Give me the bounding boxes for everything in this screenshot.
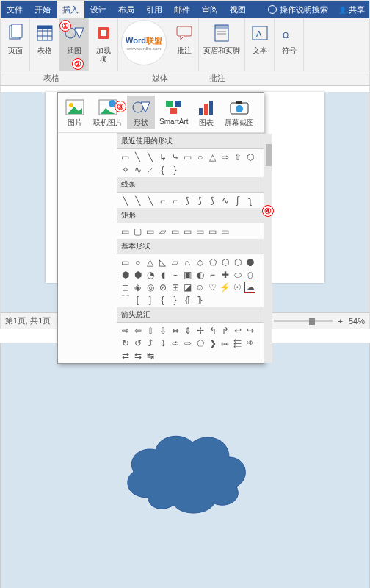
arr-m1[interactable]: ⇄ xyxy=(120,350,131,361)
rect-8[interactable]: ▭ xyxy=(207,226,218,237)
basic-l[interactable]: ⌐ xyxy=(207,269,218,280)
rect-1[interactable]: ▭ xyxy=(120,226,131,237)
basic-brkr[interactable]: ] xyxy=(145,294,156,305)
arr-c2[interactable]: ↺ xyxy=(132,337,143,348)
basic-block[interactable]: ⊞ xyxy=(170,282,181,293)
insert-picture[interactable]: 图片 xyxy=(61,96,89,129)
basic-tri[interactable]: △ xyxy=(145,257,156,268)
arr-chev[interactable]: ❯ xyxy=(207,337,218,348)
arr-u[interactable]: ⇧ xyxy=(145,325,156,336)
tab-file[interactable]: 文件 xyxy=(1,1,29,18)
arr-call[interactable]: ⬰ xyxy=(220,337,231,348)
rect-5[interactable]: ▭ xyxy=(170,226,181,237)
basic-heart[interactable]: ♡ xyxy=(207,282,218,293)
tab-review[interactable]: 审阅 xyxy=(196,1,224,18)
tell-me[interactable]: 操作说明搜索 xyxy=(280,4,328,15)
rect-2[interactable]: ▢ xyxy=(132,226,143,237)
line-3[interactable]: ╲ xyxy=(145,195,156,206)
basic-diamond[interactable]: ◇ xyxy=(195,257,206,268)
arr-pent[interactable]: ⬠ xyxy=(195,337,206,348)
basic-cross[interactable]: ✚ xyxy=(220,269,231,280)
shape-arrow-r[interactable]: ⇨ xyxy=(220,151,231,162)
insert-chart[interactable]: 图表 xyxy=(192,96,220,129)
line-curve[interactable]: ⟆ xyxy=(182,195,193,206)
basic-rtri[interactable]: ◺ xyxy=(157,257,168,268)
zoom-slider[interactable] xyxy=(274,320,333,322)
line-curve3[interactable]: ⟆ xyxy=(207,195,218,206)
shape-curve[interactable]: ∿ xyxy=(132,164,143,175)
arr-stripe[interactable]: ➪ xyxy=(170,337,181,348)
arr-notch[interactable]: ⇨ xyxy=(182,337,193,348)
shape-triangle[interactable]: △ xyxy=(207,151,218,162)
tab-home[interactable]: 开始 xyxy=(29,1,57,18)
line-curve2[interactable]: ⟆ xyxy=(195,195,206,206)
basic-pent[interactable]: ⬠ xyxy=(207,257,218,268)
arr-bent2[interactable]: ↱ xyxy=(220,325,231,336)
basic-can[interactable]: ⬯ xyxy=(244,269,255,280)
tab-references[interactable]: 引用 xyxy=(140,1,168,18)
group-table[interactable]: 表格 xyxy=(30,18,59,71)
basic-trap[interactable]: ⏢ xyxy=(182,257,193,268)
group-addins[interactable]: 加载 项 xyxy=(89,18,118,71)
basic-pie[interactable]: ◔ xyxy=(145,269,156,280)
arr-r[interactable]: ⇨ xyxy=(120,325,131,336)
basic-brkl[interactable]: [ xyxy=(132,294,143,305)
shape-freeform[interactable]: ⟋ xyxy=(145,164,156,175)
tab-view[interactable]: 视图 xyxy=(224,1,252,18)
shape-brace-l[interactable]: { xyxy=(157,164,168,175)
basic-dbl[interactable]: ⦃ xyxy=(182,294,193,305)
arr-call3[interactable]: ⬲ xyxy=(244,337,255,348)
insert-screenshot[interactable]: 屏幕截图 xyxy=(222,96,257,129)
shape-connector2[interactable]: ⤷ xyxy=(170,151,181,162)
arr-c3[interactable]: ⤴ xyxy=(145,337,156,348)
basic-sun[interactable]: ☉ xyxy=(232,282,243,293)
line-2[interactable]: ╲ xyxy=(132,195,143,206)
basic-donut[interactable]: ◎ xyxy=(145,282,156,293)
tab-layout[interactable]: 布局 xyxy=(112,1,140,18)
arr-ud[interactable]: ⇕ xyxy=(182,325,193,336)
basic-bolt[interactable]: ⚡ xyxy=(220,282,231,293)
arr-c1[interactable]: ↻ xyxy=(120,337,131,348)
insert-smartart[interactable]: SmartArt xyxy=(156,96,191,129)
basic-fold[interactable]: ◪ xyxy=(182,282,193,293)
arr-m3[interactable]: ↹ xyxy=(145,350,156,361)
basic-cloud[interactable]: ☁ xyxy=(244,282,255,293)
basic-brr[interactable]: } xyxy=(170,294,181,305)
page-count[interactable]: 第1页, 共1页 xyxy=(5,315,51,326)
shape-arrow-u[interactable]: ⇧ xyxy=(232,151,243,162)
basic-chord[interactable]: ◖ xyxy=(157,269,168,280)
basic-bevel[interactable]: ◈ xyxy=(132,282,143,293)
tab-mailings[interactable]: 邮件 xyxy=(168,1,196,18)
shape-star[interactable]: ✧ xyxy=(120,164,131,175)
basic-oval[interactable]: ○ xyxy=(132,257,143,268)
rect-9[interactable]: ▭ xyxy=(220,226,231,237)
tab-insert[interactable]: 插入 xyxy=(57,1,84,18)
basic-arc[interactable]: ⌒ xyxy=(120,294,131,305)
insert-shapes[interactable]: 形状 xyxy=(127,96,155,129)
basic-tear[interactable]: ⌢ xyxy=(170,269,181,280)
group-header-footer[interactable]: 页眉和页脚 xyxy=(199,18,245,71)
basic-dec[interactable]: ⬢ xyxy=(120,269,131,280)
group-comments[interactable]: 批注 xyxy=(170,18,199,71)
shape-oval[interactable]: ○ xyxy=(195,151,206,162)
basic-half[interactable]: ◐ xyxy=(195,269,206,280)
basic-para[interactable]: ▱ xyxy=(170,257,181,268)
rect-7[interactable]: ▭ xyxy=(195,226,206,237)
basic-cube[interactable]: ◻ xyxy=(120,282,131,293)
shape-connector[interactable]: ↳ xyxy=(157,151,168,162)
basic-dodec[interactable]: ⬢ xyxy=(132,269,143,280)
group-page[interactable]: 页面 xyxy=(1,18,30,71)
basic-dbr[interactable]: ⦄ xyxy=(195,294,206,305)
basic-hept[interactable]: ⬡ xyxy=(232,257,243,268)
line-elbow[interactable]: ⌐ xyxy=(157,195,168,206)
arr-quad[interactable]: ✢ xyxy=(195,325,206,336)
zoom-in[interactable]: + xyxy=(338,317,343,326)
arr-l[interactable]: ⇦ xyxy=(132,325,143,336)
line-elbow2[interactable]: ⌐ xyxy=(170,195,181,206)
arr-call2[interactable]: ⬱ xyxy=(232,337,243,348)
shape-brace-r[interactable]: } xyxy=(170,164,181,175)
zoom-level[interactable]: 54% xyxy=(349,317,365,326)
group-symbols[interactable]: Ω 符号 xyxy=(275,18,304,71)
shape-line2[interactable]: ╲ xyxy=(145,151,156,162)
shapes-scrollbar[interactable] xyxy=(264,134,272,363)
